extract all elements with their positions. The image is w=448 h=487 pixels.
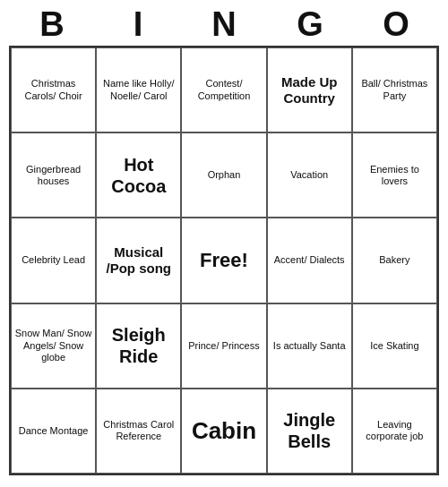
bingo-cell-16: Sleigh Ride [96, 303, 181, 389]
bingo-grid: Christmas Carols/ ChoirName like Holly/ … [9, 46, 439, 475]
bingo-cell-15: Snow Man/ Snow Angels/ Snow globe [11, 303, 96, 389]
bingo-cell-9: Enemies to lovers [352, 132, 437, 218]
bingo-cell-5: Gingerbread houses [11, 132, 96, 218]
bingo-cell-20: Dance Montage [11, 389, 96, 474]
bingo-letter-n: N [185, 5, 263, 44]
bingo-letter-g: G [271, 5, 349, 44]
bingo-cell-7: Orphan [181, 132, 266, 218]
bingo-cell-23: Jingle Bells [267, 389, 352, 474]
bingo-letter-i: I [99, 5, 177, 44]
bingo-cell-6: Hot Cocoa [96, 132, 181, 218]
bingo-cell-13: Accent/ Dialects [267, 218, 352, 303]
bingo-cell-10: Celebrity Lead [11, 218, 96, 303]
bingo-cell-17: Prince/ Princess [181, 303, 266, 389]
bingo-cell-3: Made Up Country [267, 47, 352, 132]
bingo-cell-4: Ball/ Christmas Party [352, 47, 437, 132]
bingo-header: BINGO [9, 0, 439, 46]
bingo-letter-o: O [357, 5, 435, 44]
bingo-cell-19: Ice Skating [352, 303, 437, 389]
bingo-cell-0: Christmas Carols/ Choir [11, 47, 96, 132]
bingo-cell-11: Musical /Pop song [96, 218, 181, 303]
bingo-cell-24: Leaving corporate job [352, 389, 437, 474]
bingo-cell-12: Free! [181, 218, 266, 303]
bingo-cell-1: Name like Holly/ Noelle/ Carol [96, 47, 181, 132]
bingo-cell-22: Cabin [181, 389, 266, 474]
bingo-cell-18: Is actually Santa [267, 303, 352, 389]
bingo-cell-2: Contest/ Competition [181, 47, 266, 132]
bingo-letter-b: B [13, 5, 91, 44]
bingo-cell-14: Bakery [352, 218, 437, 303]
bingo-cell-21: Christmas Carol Reference [96, 389, 181, 474]
bingo-cell-8: Vacation [267, 132, 352, 218]
